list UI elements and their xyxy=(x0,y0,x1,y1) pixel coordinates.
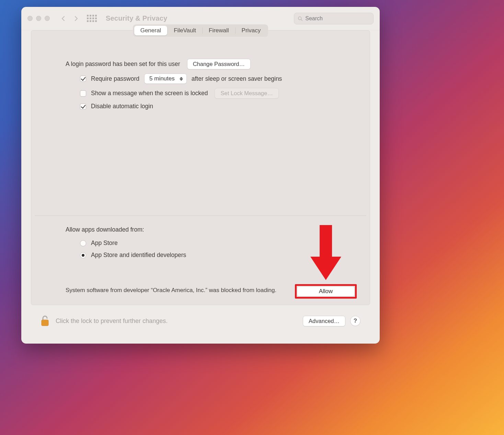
zoom-window-button[interactable] xyxy=(45,16,50,21)
set-lock-message-button: Set Lock Message… xyxy=(215,88,278,99)
help-button[interactable]: ? xyxy=(350,316,360,326)
forward-icon[interactable] xyxy=(73,16,79,21)
blocked-software-text: System software from developer “Oracle A… xyxy=(66,286,276,295)
svg-rect-4 xyxy=(42,320,48,326)
require-password-delay-select[interactable]: 5 minutes xyxy=(144,74,187,84)
minimize-window-button[interactable] xyxy=(36,16,41,21)
tab-filevault[interactable]: FileVault xyxy=(168,26,202,35)
back-icon[interactable] xyxy=(61,16,66,21)
allow-apps-radio-appstore[interactable] xyxy=(80,240,86,246)
disable-auto-login-label: Disable automatic login xyxy=(91,103,153,110)
search-field[interactable] xyxy=(294,13,374,24)
close-window-button[interactable] xyxy=(27,16,33,21)
search-icon xyxy=(298,16,302,21)
allow-apps-option-identified: App Store and identified developers xyxy=(91,252,186,259)
lock-hint-text: Click the lock to prevent further change… xyxy=(56,317,168,325)
svg-marker-3 xyxy=(310,257,341,280)
tab-firewall[interactable]: Firewall xyxy=(203,26,235,35)
stepper-icon xyxy=(180,77,183,81)
footer: Click the lock to prevent further change… xyxy=(31,305,370,337)
disable-auto-login-checkbox[interactable] xyxy=(80,103,86,110)
require-password-label: Require password xyxy=(91,75,139,82)
after-sleep-text: after sleep or screen saver begins xyxy=(192,75,282,82)
allow-apps-heading: Allow apps downloaded from: xyxy=(66,226,357,233)
tab-bar: General FileVault Firewall Privacy xyxy=(133,24,268,37)
change-password-button[interactable]: Change Password… xyxy=(187,59,251,69)
show-message-label: Show a message when the screen is locked xyxy=(91,90,208,97)
lock-icon[interactable] xyxy=(41,315,49,327)
show-all-icon[interactable] xyxy=(87,15,97,22)
preferences-window: Security & Privacy General FileVault Fir… xyxy=(21,7,380,344)
allow-button[interactable]: Allow xyxy=(297,286,355,297)
window-title: Security & Privacy xyxy=(106,14,167,22)
allow-apps-option-appstore: App Store xyxy=(91,239,118,247)
require-password-checkbox[interactable] xyxy=(80,76,86,82)
login-password-text: A login password has been set for this u… xyxy=(66,60,180,68)
advanced-button[interactable]: Advanced… xyxy=(303,316,345,326)
require-password-delay-value: 5 minutes xyxy=(149,75,175,82)
nav-arrows xyxy=(61,16,79,21)
search-input[interactable] xyxy=(305,15,370,22)
svg-line-1 xyxy=(301,19,302,21)
window-controls xyxy=(27,16,50,21)
tab-privacy[interactable]: Privacy xyxy=(236,26,267,35)
show-message-checkbox[interactable] xyxy=(80,90,86,97)
tab-general[interactable]: General xyxy=(134,26,167,35)
allow-apps-radio-identified[interactable] xyxy=(80,252,86,258)
settings-panel: General FileVault Firewall Privacy A log… xyxy=(31,30,370,305)
